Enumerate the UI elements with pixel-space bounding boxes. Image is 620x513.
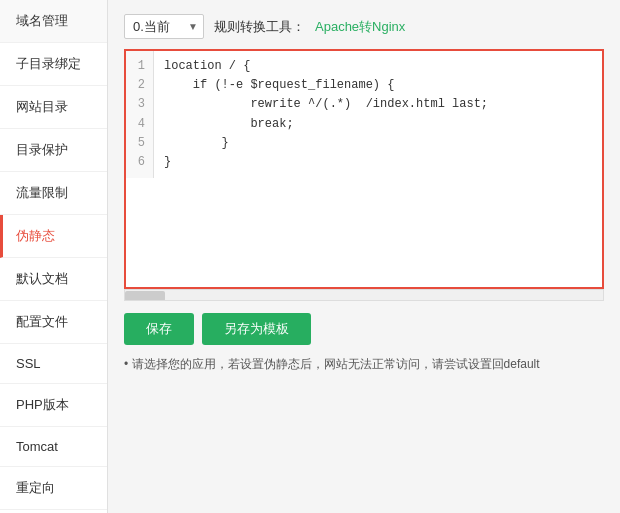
line-numbers: 1 2 3 4 5 6 (126, 51, 154, 178)
scrollbar-thumb (125, 291, 165, 301)
save-as-template-button[interactable]: 另存为模板 (202, 313, 311, 345)
rule-tool-label: 规则转换工具： (214, 18, 305, 36)
sidebar-item-config-file[interactable]: 配置文件 (0, 301, 107, 344)
rule-tool-link[interactable]: Apache转Nginx (315, 18, 405, 36)
sidebar-item-tomcat[interactable]: Tomcat (0, 427, 107, 467)
sidebar-item-php-version[interactable]: PHP版本 (0, 384, 107, 427)
version-select[interactable]: 0.当前 (124, 14, 204, 39)
sidebar-item-redirect[interactable]: 重定向 (0, 467, 107, 510)
sidebar-item-site-dir[interactable]: 网站目录 (0, 86, 107, 129)
toolbar: 0.当前 ▼ 规则转换工具： Apache转Nginx (124, 14, 604, 39)
info-text: 请选择您的应用，若设置伪静态后，网站无法正常访问，请尝试设置回default (124, 355, 604, 374)
sidebar-item-traffic-limit[interactable]: 流量限制 (0, 172, 107, 215)
button-row: 保存 另存为模板 (124, 313, 604, 345)
horizontal-scrollbar[interactable] (124, 289, 604, 301)
sidebar-item-dir-protect[interactable]: 目录保护 (0, 129, 107, 172)
version-select-wrapper: 0.当前 ▼ (124, 14, 204, 39)
sidebar-item-default-doc[interactable]: 默认文档 (0, 258, 107, 301)
code-area: 1 2 3 4 5 6 location / { if (!-e $reques… (126, 51, 602, 178)
code-textarea[interactable]: location / { if (!-e $request_filename) … (154, 51, 602, 178)
save-button[interactable]: 保存 (124, 313, 194, 345)
sidebar-item-ssl[interactable]: SSL (0, 344, 107, 384)
sidebar: 域名管理 子目录绑定 网站目录 目录保护 流量限制 伪静态 默认文档 配置文件 … (0, 0, 108, 513)
code-editor-wrapper: 1 2 3 4 5 6 location / { if (!-e $reques… (124, 49, 604, 289)
main-content: 0.当前 ▼ 规则转换工具： Apache转Nginx 1 2 3 4 5 6 … (108, 0, 620, 513)
sidebar-item-pseudo-static[interactable]: 伪静态 (0, 215, 107, 258)
sidebar-item-subdir-bind[interactable]: 子目录绑定 (0, 43, 107, 86)
sidebar-item-domain-manage[interactable]: 域名管理 (0, 0, 107, 43)
